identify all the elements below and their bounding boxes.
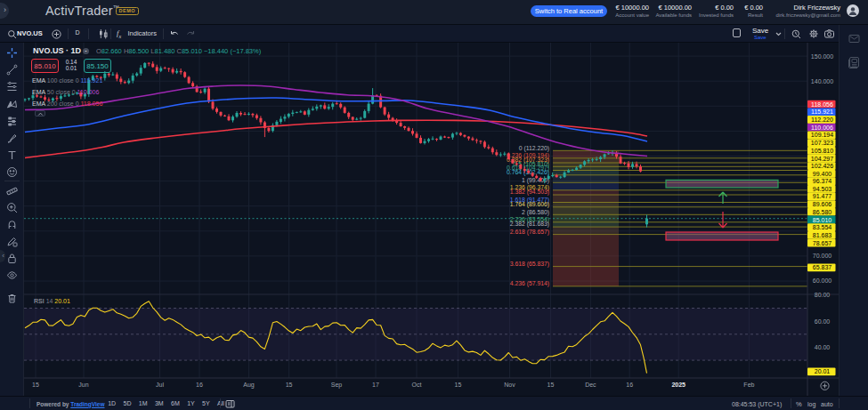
svg-text:15: 15 <box>548 382 555 388</box>
svg-text:2.618 (78.657): 2.618 (78.657) <box>510 229 549 236</box>
svg-text:102.426: 102.426 <box>811 163 833 169</box>
svg-text:Oct: Oct <box>412 382 422 388</box>
svg-text:Sep: Sep <box>331 382 343 389</box>
svg-text:4.236 (57.914): 4.236 (57.914) <box>510 280 549 287</box>
svg-text:15: 15 <box>455 382 462 388</box>
svg-text:85.010: 85.010 <box>813 217 832 223</box>
svg-text:91.477: 91.477 <box>813 193 832 199</box>
svg-text:105.810: 105.810 <box>811 148 833 154</box>
svg-text:140.000: 140.000 <box>811 78 833 84</box>
svg-text:Jul: Jul <box>156 382 164 388</box>
svg-text:40.00: 40.00 <box>815 344 831 350</box>
svg-text:96.374: 96.374 <box>813 178 832 184</box>
svg-text:16: 16 <box>626 382 633 388</box>
svg-text:81.683: 81.683 <box>813 232 832 238</box>
svg-text:20.01: 20.01 <box>815 368 831 374</box>
svg-text:80.00: 80.00 <box>815 292 831 298</box>
svg-text:Jun: Jun <box>78 382 88 388</box>
svg-text:112.220: 112.220 <box>811 117 833 123</box>
svg-text:89.606: 89.606 <box>813 201 832 207</box>
svg-text:17: 17 <box>372 382 379 388</box>
svg-text:115.921: 115.921 <box>811 109 833 115</box>
svg-text:109.194: 109.194 <box>811 132 833 138</box>
svg-text:99.400: 99.400 <box>813 171 832 177</box>
svg-text:78.657: 78.657 <box>813 240 832 246</box>
svg-text:60.00: 60.00 <box>815 318 831 325</box>
svg-text:60.000: 60.000 <box>813 277 832 284</box>
svg-text:15: 15 <box>32 382 39 388</box>
svg-text:2.382 (81.683): 2.382 (81.683) <box>510 221 549 228</box>
svg-text:3.618 (65.837): 3.618 (65.837) <box>510 261 549 268</box>
svg-text:Nov: Nov <box>504 382 515 388</box>
svg-text:0 (112.220): 0 (112.220) <box>519 145 549 152</box>
svg-text:86.580: 86.580 <box>813 209 832 215</box>
svg-text:1.764 (89.606): 1.764 (89.606) <box>510 201 549 208</box>
svg-text:15: 15 <box>286 382 293 388</box>
svg-text:150.000: 150.000 <box>811 53 833 60</box>
svg-text:1.382 (94.503): 1.382 (94.503) <box>510 189 549 196</box>
svg-text:2 (86.580): 2 (86.580) <box>522 209 549 216</box>
svg-text:65.837: 65.837 <box>813 264 832 270</box>
svg-text:83.554: 83.554 <box>813 224 832 230</box>
svg-text:110.006: 110.006 <box>811 125 833 131</box>
svg-text:16: 16 <box>196 382 203 388</box>
svg-text:104.297: 104.297 <box>811 156 833 162</box>
svg-text:94.503: 94.503 <box>813 186 832 192</box>
svg-text:2025: 2025 <box>671 382 685 388</box>
svg-text:Feb: Feb <box>743 382 754 388</box>
svg-text:Dec: Dec <box>585 382 596 388</box>
svg-text:Aug: Aug <box>243 382 255 389</box>
svg-text:70.000: 70.000 <box>813 253 832 259</box>
svg-text:107.323: 107.323 <box>811 140 833 146</box>
svg-text:118.056: 118.056 <box>811 101 833 108</box>
